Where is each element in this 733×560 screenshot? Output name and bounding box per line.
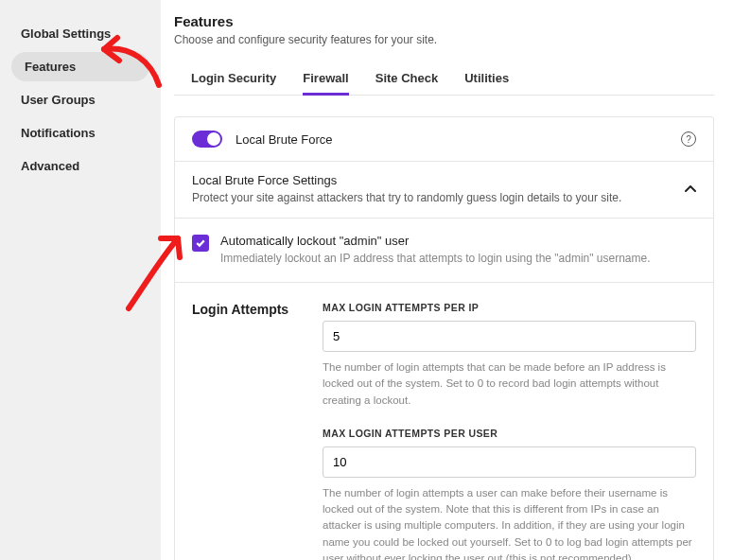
panel-header: Local Brute Force ? — [175, 117, 713, 161]
field-max-attempts-ip: MAX LOGIN ATTEMPTS PER IP The number of … — [323, 302, 696, 409]
field-help: The number of login attempts a user can … — [323, 485, 696, 560]
sidebar: Global Settings Features User Groups Not… — [0, 0, 161, 560]
tab-utilities[interactable]: Utilities — [464, 63, 509, 95]
tab-site-check[interactable]: Site Check — [375, 63, 438, 95]
login-attempts-section: Login Attempts MAX LOGIN ATTEMPTS PER IP… — [175, 282, 713, 560]
sidebar-item-label: Notifications — [21, 126, 96, 140]
sidebar-item-label: Features — [25, 60, 76, 74]
feature-panel: Local Brute Force ? Local Brute Force Se… — [174, 116, 714, 560]
feature-tabs: Login Security Firewall Site Check Utili… — [174, 63, 714, 96]
feature-toggle-label: Local Brute Force — [236, 132, 668, 147]
page-title: Features — [174, 13, 714, 29]
sidebar-item-features[interactable]: Features — [11, 52, 149, 81]
settings-header[interactable]: Local Brute Force Settings Protect your … — [175, 161, 713, 219]
field-max-attempts-user: MAX LOGIN ATTEMPTS PER USER The number o… — [323, 428, 696, 560]
auto-lockout-checkbox[interactable] — [192, 235, 209, 252]
main-panel: Features Choose and configure security f… — [161, 0, 733, 560]
max-attempts-ip-input[interactable] — [323, 321, 696, 352]
feature-toggle[interactable] — [192, 131, 222, 148]
checkbox-desc: Immediately lockout an IP address that a… — [220, 252, 651, 265]
sidebar-item-global-settings[interactable]: Global Settings — [0, 17, 161, 50]
tab-login-security[interactable]: Login Security — [191, 63, 276, 95]
chevron-up-icon — [685, 182, 696, 196]
sidebar-item-label: Advanced — [21, 159, 79, 173]
sidebar-item-advanced[interactable]: Advanced — [0, 149, 161, 183]
sidebar-item-user-groups[interactable]: User Groups — [0, 83, 161, 116]
sidebar-item-label: User Groups — [21, 93, 96, 107]
field-label: MAX LOGIN ATTEMPTS PER USER — [323, 428, 696, 439]
tab-label: Firewall — [303, 71, 348, 85]
max-attempts-user-input[interactable] — [323, 446, 696, 478]
tab-firewall[interactable]: Firewall — [303, 63, 348, 95]
tab-label: Site Check — [375, 71, 438, 85]
sidebar-item-notifications[interactable]: Notifications — [0, 116, 161, 149]
tab-label: Login Security — [191, 71, 276, 85]
checkbox-label: Automatically lockout "admin" user — [220, 234, 651, 248]
tab-label: Utilities — [464, 71, 509, 85]
sidebar-item-label: Global Settings — [21, 26, 111, 41]
field-help: The number of login attempts that can be… — [323, 359, 696, 409]
section-title: Login Attempts — [192, 302, 296, 560]
help-icon[interactable]: ? — [681, 131, 696, 147]
page-subtitle: Choose and configure security features f… — [174, 33, 714, 46]
settings-desc: Protect your site against attackers that… — [192, 191, 673, 204]
auto-lockout-row: Automatically lockout "admin" user Immed… — [175, 219, 713, 282]
field-label: MAX LOGIN ATTEMPTS PER IP — [323, 302, 696, 313]
settings-title: Local Brute Force Settings — [192, 173, 673, 187]
